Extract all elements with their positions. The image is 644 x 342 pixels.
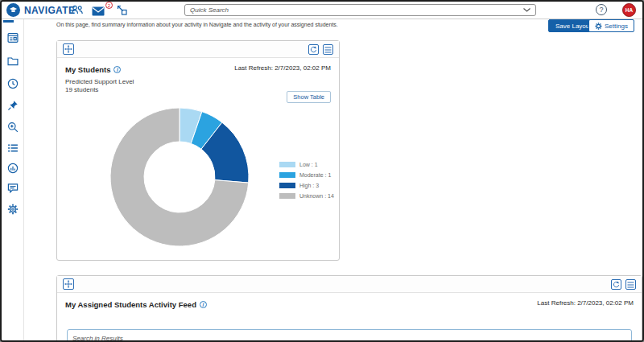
students-icon[interactable] xyxy=(71,4,85,16)
pin-icon xyxy=(7,100,19,111)
widget-title: My Students xyxy=(65,65,110,74)
legend-item: Unknown : 14 xyxy=(279,193,334,199)
legend-swatch-unknown xyxy=(279,193,295,199)
settings-label: Settings xyxy=(605,23,628,30)
widget-title-row: My Students xyxy=(65,65,121,74)
refresh-icon xyxy=(613,281,620,288)
legend-label: Moderate : 1 xyxy=(299,172,331,178)
chart-subtitle-line1: Predicted Support Level xyxy=(65,78,134,86)
legend-label: Low : 1 xyxy=(299,162,318,167)
quick-search-input[interactable] xyxy=(184,4,536,16)
refresh-icon xyxy=(310,46,317,53)
legend-swatch-moderate xyxy=(279,172,295,178)
chart-subtitle: Predicted Support Level 19 students xyxy=(65,78,134,95)
move-icon xyxy=(64,45,72,53)
sidebar-active-indicator xyxy=(3,20,14,23)
folder-icon xyxy=(7,56,19,67)
chart-legend: Low : 1 Moderate : 1 High : 3 Unknown : … xyxy=(279,162,334,204)
refresh-widget-button[interactable] xyxy=(308,44,319,55)
menu-icon xyxy=(627,282,634,288)
settings-button[interactable]: Settings xyxy=(588,19,634,32)
sidebar-item-conversations[interactable] xyxy=(7,183,19,194)
legend-label: Unknown : 14 xyxy=(299,193,334,199)
advanced-search-icon xyxy=(7,122,19,133)
mail-badge: 2 xyxy=(105,2,113,9)
grad-cap-icon xyxy=(9,6,18,14)
move-widget-button[interactable] xyxy=(63,43,74,55)
move-icon xyxy=(64,280,72,288)
widget-title: My Assigned Students Activity Feed xyxy=(65,300,196,309)
move-widget-button[interactable] xyxy=(63,278,74,290)
mail-icon[interactable]: 2 xyxy=(92,3,109,17)
dashboard-icon xyxy=(7,32,19,43)
brand-title: NAVIGATE xyxy=(24,5,75,16)
page-description: On this page, find summary information a… xyxy=(56,22,443,27)
sidebar-item-folder[interactable] xyxy=(7,56,19,67)
activity-feed-widget: My Assigned Students Activity Feed Last … xyxy=(56,275,642,342)
last-refresh-label: Last Refresh: 2/7/2023, 02:02 PM xyxy=(234,64,331,72)
gear-icon xyxy=(7,204,19,215)
chart-subtitle-line2: 19 students xyxy=(65,86,134,94)
info-icon[interactable] xyxy=(200,301,207,308)
sidebar-item-lists[interactable] xyxy=(7,142,19,154)
top-navbar: NAVIGATE 2 xyxy=(2,2,642,19)
legend-item: Moderate : 1 xyxy=(279,172,334,178)
widget-menu-button[interactable] xyxy=(323,44,333,55)
my-students-widget: My Students Last Refresh: 2/7/2023, 02:0… xyxy=(56,40,340,261)
widget-menu-button[interactable] xyxy=(625,279,636,290)
legend-item: Low : 1 xyxy=(279,162,334,167)
legend-swatch-high xyxy=(279,183,295,188)
sidebar-item-settings[interactable] xyxy=(7,204,19,215)
reports-icon xyxy=(7,163,19,174)
help-icon[interactable] xyxy=(596,4,607,15)
navigate-logo[interactable] xyxy=(6,3,20,17)
sidebar-item-history[interactable] xyxy=(7,78,19,89)
support-level-donut-chart[interactable] xyxy=(107,105,252,249)
conversations-icon xyxy=(7,183,19,194)
sidebar-item-reports[interactable] xyxy=(7,163,19,174)
legend-swatch-low xyxy=(279,162,295,167)
app-window: NAVIGATE 2 xyxy=(0,0,644,342)
show-table-button[interactable]: Show Table xyxy=(287,91,331,103)
search-in-results-input[interactable] xyxy=(67,329,632,342)
lists-icon xyxy=(7,142,19,154)
legend-item: High : 3 xyxy=(279,183,334,188)
legend-label: High : 3 xyxy=(299,183,319,188)
history-icon xyxy=(7,78,19,89)
sidebar-item-dashboard[interactable] xyxy=(7,32,19,43)
sidebar-item-advanced-search[interactable] xyxy=(7,122,19,133)
info-icon[interactable] xyxy=(114,66,121,73)
refresh-widget-button[interactable] xyxy=(611,279,621,290)
last-refresh-label: Last Refresh: 2/7/2023, 02:02 PM xyxy=(537,299,634,307)
widget-title-row: My Assigned Students Activity Feed xyxy=(65,300,207,309)
widget-toolbar xyxy=(57,41,339,58)
menu-icon xyxy=(324,47,332,53)
avatar[interactable]: HA xyxy=(622,3,636,17)
chevron-down-icon[interactable] xyxy=(523,8,530,12)
share-icon[interactable] xyxy=(116,4,130,16)
sidebar-item-pin[interactable] xyxy=(7,100,19,111)
widget-toolbar xyxy=(57,276,642,293)
sidebar-nav xyxy=(2,19,24,340)
gear-icon xyxy=(595,23,602,30)
